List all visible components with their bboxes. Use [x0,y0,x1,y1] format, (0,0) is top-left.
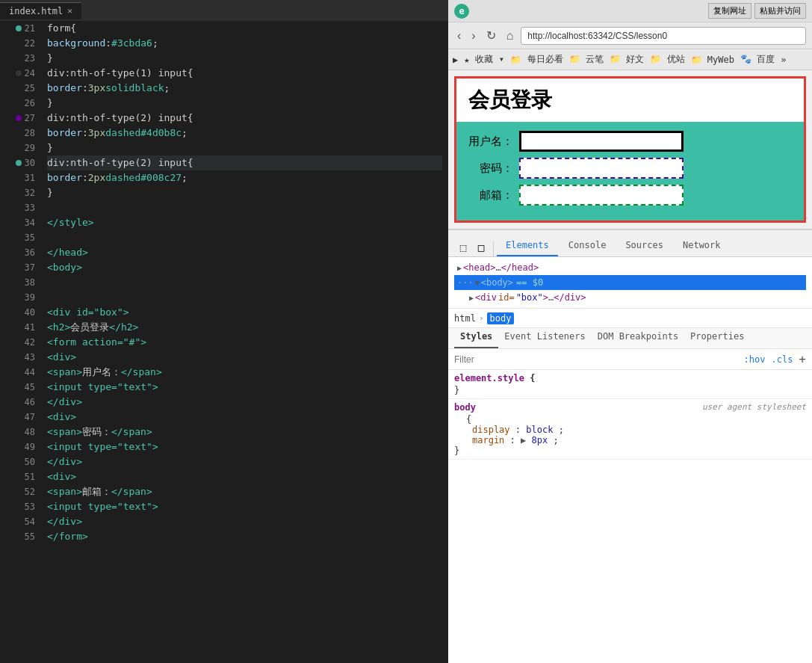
address-bar[interactable] [521,27,806,45]
code-line: <span>邮箱：</span> [47,484,442,499]
nav-back-button[interactable]: ‹ [454,28,464,44]
preview-header: 会员登录 [456,78,804,122]
line-number: 24 [6,66,35,81]
input-password[interactable] [519,158,684,179]
devtools-icon-device[interactable]: □ [472,238,490,256]
styles-brace-close-element: } [454,385,806,395]
line-number: 50 [6,454,35,469]
styles-cls-label[interactable]: .cls [771,354,793,365]
sub-tab-styles[interactable]: Styles [454,328,498,348]
prop-arrow-margin[interactable]: ▶ [521,435,526,445]
code-line: div:nth-of-type(2) input{ [47,111,442,126]
dom-ellipsis-div: … [548,292,554,303]
bookmark-baidu[interactable]: 🐾 百度 [740,53,775,66]
dom-tag-div-open: <div [475,292,497,303]
line-number: 29 [6,141,35,155]
devtools-divider [493,241,494,256]
nav-refresh-button[interactable]: ↻ [483,27,499,44]
code-line: </div> [47,454,442,469]
label-username: 用户名： [468,135,513,149]
code-area[interactable]: form{ background: #3cbda6;}div:nth-of-ty… [41,21,448,663]
line-number: 32 [6,185,35,200]
styles-brace-close-body: } [454,445,806,456]
selector-text: element.style [454,373,524,383]
styles-add-icon[interactable]: + [799,352,806,366]
dom-line-div[interactable]: ▶ <div id= "box" > … </div> [454,290,806,305]
copy-url-button[interactable]: 复制网址 [708,3,751,19]
code-line: } [47,96,442,111]
line-number: 41 [6,320,35,335]
sub-tab-properties[interactable]: Properties [684,328,750,348]
dom-line-head[interactable]: ▶ <head> … </head> [454,260,806,275]
dom-dots: ··· [457,277,474,288]
styles-hov-label[interactable]: :hov [744,354,766,365]
tab-network[interactable]: Network [674,235,730,256]
bookmark-good[interactable]: 📁 好文 [610,53,644,66]
code-line: </head> [47,245,442,260]
line-number: 52 [6,484,35,499]
prop-name-margin[interactable]: margin [472,435,504,445]
styles-source-body: user agent stylesheet [702,402,806,414]
code-line: } [47,185,442,200]
code-line: <input type="text"> [47,440,442,454]
styles-block-body: body user agent stylesheet { display : b… [448,399,812,460]
bookmark-top[interactable]: 📁 优站 [650,53,684,66]
breadcrumb-sep1: › [479,313,484,323]
dom-tree: ▶ <head> … </head> ··· ▼ <body> == $0 ▶ … [448,257,812,309]
dom-tag-body: <body> [481,277,513,288]
line-number: 44 [6,365,35,380]
bookmark-more[interactable]: » [781,55,786,65]
bookmark-cloud[interactable]: 📁 云笔 [569,53,604,66]
prop-val-margin[interactable]: 8px [532,435,548,445]
code-line: background: #3cbda6; [47,36,442,51]
paste-visit-button[interactable]: 粘贴并访问 [754,3,806,19]
tab-console[interactable]: Console [560,235,616,256]
line-number: 38 [6,275,35,290]
line-number: 27 [6,111,35,126]
bookmark-favorites[interactable]: 收藏 ▾ [475,53,503,66]
styles-panel: :hov .cls + element.style { } body [448,349,812,663]
bookmarks-arrow[interactable]: ▶ [453,55,458,65]
breadcrumb-body[interactable]: body [487,312,515,324]
bookmark-myweb[interactable]: 📁 MyWeb [691,55,734,65]
dom-attr-id: id= [498,292,515,303]
code-line [47,275,442,290]
browser-toolbar: ‹ › ↻ ⌂ [448,22,812,49]
close-icon[interactable]: ✕ [67,6,72,16]
dom-tag-div-end: </div> [554,292,586,303]
input-email[interactable] [519,185,684,206]
breadcrumb-html[interactable]: html [454,313,476,324]
bookmarks-bar: ▶ ★ 收藏 ▾ 📁 每日必看 📁 云笔 📁 好文 📁 优站 📁 MyWeb 🐾… [448,49,812,70]
prop-val-display[interactable]: block [526,425,553,435]
editor-content: 2122232425262728293031323334353637383940… [0,21,448,663]
dom-line-body[interactable]: ··· ▼ <body> == $0 [454,275,806,290]
preview-title: 会员登录 [468,86,792,114]
styles-filter-input[interactable] [454,354,738,365]
code-line: } [47,141,442,155]
editor-tab-bar: index.html ✕ [0,0,448,21]
sub-tab-event-listeners[interactable]: Event Listeners [498,328,591,348]
line-number: 42 [6,335,35,350]
styles-prop-display-brace: { [466,414,471,425]
tab-sources[interactable]: Sources [616,235,672,256]
line-numbers: 2122232425262728293031323334353637383940… [0,21,41,663]
code-line: <div> [47,350,442,365]
tab-elements[interactable]: Elements [497,235,558,256]
code-line: <input type="text"> [47,380,442,395]
sub-tab-dom-breakpoints[interactable]: DOM Breakpoints [592,328,684,348]
bookmark-daily[interactable]: 每日必看 [527,53,563,66]
line-number: 34 [6,215,35,230]
editor-tab-index-html[interactable]: index.html ✕ [0,2,81,19]
line-dot-indicator [16,70,22,76]
code-line: <span>密码：</span> [47,425,442,440]
code-line: <div id="box"> [47,305,442,320]
styles-prop-margin-row: margin : ▶ 8px ; [454,435,806,445]
bookmark-folder-icon: 📁 [510,55,521,65]
tab-label: index.html [9,6,63,16]
input-username[interactable] [519,131,684,152]
prop-name-display[interactable]: display [472,425,510,435]
devtools-icon-cursor[interactable]: ⬚ [454,238,472,256]
nav-home-button[interactable]: ⌂ [503,28,517,44]
styles-brace-open: { [530,373,535,383]
nav-forward-button[interactable]: › [468,28,478,44]
